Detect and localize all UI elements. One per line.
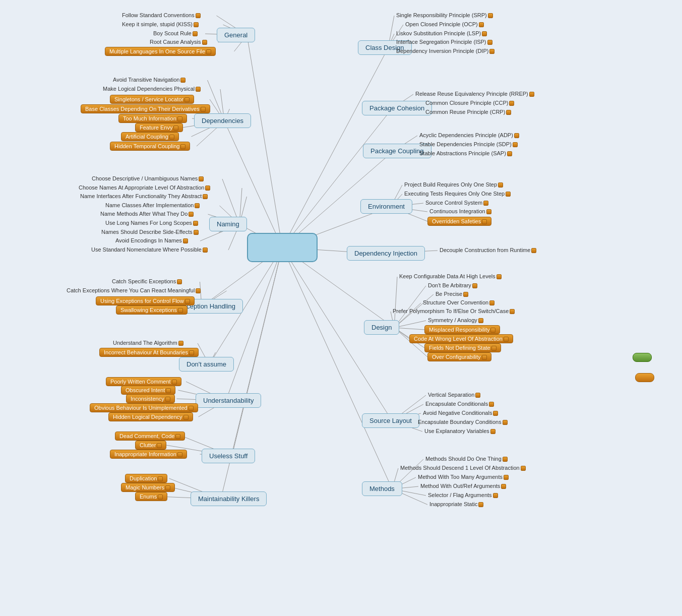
note-icon [472,283,477,288]
note-icon [196,87,201,92]
item-methods-2: Method With Too Many Arguments [416,473,511,481]
note-icon [489,300,494,305]
item-naming-3: Name Classes After Implementation [103,201,202,209]
item-understandability-1: Obscured Intent [121,386,175,395]
smell-icon [185,299,190,304]
smell-icon [504,337,509,342]
smell-icon [482,355,487,360]
note-icon [483,201,488,206]
item-general-2: Boy Scout Rule [151,29,200,37]
category-pkgcohesion: Package Cohesion [362,101,432,115]
smell-icon [206,49,211,54]
note-icon [482,31,487,36]
legend-smells [635,373,654,382]
smell-icon [183,415,189,420]
smell-icon [482,219,487,224]
item-naming-8: Use Standard Nomenclature Where Possible [89,245,210,254]
item-environment-4: Overridden Safeties [427,217,491,226]
item-environment-1: Executing Tests Requires Only One Step [402,190,513,198]
item-naming-6: Names Should Describe Side-Effects [99,228,201,236]
item-pkgcoupling-1: Stable Dependencies Principle (SDP) [417,140,520,148]
item-dependencies-6: Artificial Coupling [121,132,179,141]
smell-icon [177,116,182,121]
note-icon [180,78,185,83]
smell-icon [201,107,206,112]
item-naming-7: Avoid Encodings In Names [113,236,190,244]
item-sourcelayout-3: Encapsulate Boundary Conditions [416,418,510,426]
item-exception-0: Catch Specific Exceptions [110,277,184,285]
note-icon [510,309,515,314]
item-general-4: Multiple Languages In One Source File [105,47,216,56]
item-methods-0: Methods Should Do One Thing [423,455,510,463]
item-dependencies-1: Make Logical Dependencies Physical [101,85,203,93]
note-icon [509,101,514,106]
smell-icon [491,346,497,351]
note-icon [521,466,526,471]
note-icon [493,411,498,416]
note-icon [531,248,536,253]
item-environment-3: Continuous Integration [427,207,493,215]
category-environment: Environment [360,199,412,214]
svg-line-9 [282,108,392,248]
item-dependencies-7: Hidden Temporal Coupling [110,142,190,151]
item-classdesign-2: Liskov Substitution Principle (LSP) [394,29,489,37]
item-dependencies-3: Base Classes Depending On Their Derivati… [81,104,210,113]
note-icon [506,110,511,115]
note-icon [503,420,508,425]
note-icon [196,13,201,18]
note-icon [489,49,494,54]
item-methods-4: Selector / Flag Arguments [426,491,500,499]
note-icon [193,31,198,36]
note-icon [489,402,494,407]
item-dependencies-0: Avoid Transitive Navigation [111,76,188,84]
note-icon [514,133,519,138]
note-icon [478,318,483,323]
item-naming-0: Choose Descriptive / Unambiguous Names [90,174,206,182]
smell-icon [180,144,185,149]
note-icon [193,221,198,226]
item-exception-1: Catch Exceptions Where You Can React Mea… [65,286,203,294]
item-naming-4: Name Methods After What They Do [98,210,196,218]
note-icon [205,186,210,191]
smell-icon [165,397,170,402]
item-general-3: Root Cause Analysis [148,38,209,46]
item-general-0: Follow Standard Conventions [120,11,203,19]
note-icon [194,22,199,27]
smell-icon [165,485,170,490]
smell-icon [177,452,182,457]
item-dependencies-4: Too Much Information [118,114,187,123]
item-environment-0: Project Build Requires Only One Step [402,180,505,189]
item-pkgcohesion-0: Release Reuse Equivalency Principle (RRE… [413,90,536,98]
note-icon [488,13,493,18]
item-pkgcoupling-2: Stable Abstractions Principle (SAP) [417,149,514,157]
smell-icon [158,476,163,481]
category-sourcelayout: Source Layout [362,413,419,428]
note-icon [490,429,495,434]
item-methods-5: Inappropriate Static [427,500,485,508]
item-depinjection-0: Decouple Construction from Runtime [438,246,538,254]
item-dontassume-0: Understand The Algorithm [111,339,185,347]
item-useless-0: Dead Comment, Code [115,432,185,441]
note-icon [463,292,468,297]
item-classdesign-3: Interface Segregation Principle (ISP) [394,38,494,46]
item-pkgcohesion-1: Common Closure Principle (CCP) [423,99,516,107]
category-understandability: Understandability [196,393,261,408]
smell-icon [157,443,162,448]
item-sourcelayout-0: Vertical Separation [426,391,482,399]
item-design-9: Over Configurability [427,352,491,361]
note-icon [513,142,518,147]
item-sourcelayout-2: Avoid Negative Conditionals [421,409,500,417]
item-understandability-2: Inconsistency [126,394,175,403]
item-design-6: Misplaced Responsibility [424,325,500,334]
item-sourcelayout-1: Encapsulate Conditionals [423,400,496,408]
item-dependencies-2: Singletons / Service Locator [110,95,194,104]
note-icon [493,493,498,498]
smell-icon [175,434,180,439]
item-naming-2: Name Interfaces After Functionality They… [78,192,210,200]
item-understandability-3: Obvious Behaviour Is Unimplemented [90,403,198,412]
note-icon [475,393,480,398]
smell-icon [189,406,194,411]
note-icon [203,194,208,199]
item-methods-3: Method With Out/Ref Arguments [418,482,508,490]
note-icon [196,288,201,293]
